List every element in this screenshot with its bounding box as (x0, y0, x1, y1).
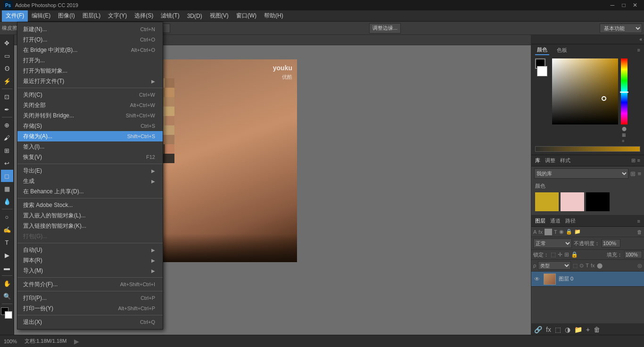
menu-text[interactable]: 文字(Y) (104, 10, 131, 22)
color-icon-2[interactable]: ▦ (622, 132, 627, 137)
menu-window[interactable]: 窗口(W) (232, 10, 260, 22)
layer-filter-toggle[interactable]: ◎ (637, 263, 642, 269)
eyedropper-tool[interactable]: ✒ (1, 103, 13, 116)
layer-item-0[interactable]: 👁 图层 0 (531, 272, 644, 287)
lock-artboard-btn[interactable]: ⊞ (564, 251, 569, 258)
menu-view[interactable]: 视图(V) (206, 10, 232, 22)
eraser-tool[interactable]: ◻ (1, 170, 13, 182)
layers-group-btn[interactable]: 📁 (574, 326, 582, 333)
move-tool[interactable]: ✥ (1, 37, 13, 49)
menu-close-bridge[interactable]: 关闭并转到 Bridge... Shift+Ctrl+W (17, 110, 163, 121)
menu-close[interactable]: 关闭(C) Ctrl+W (17, 90, 163, 100)
swatch-yellow[interactable] (535, 192, 559, 211)
lasso-tool[interactable]: ʘ (1, 62, 13, 74)
workspace-select[interactable]: 基本功能 (600, 24, 642, 33)
tab-color[interactable]: 颜色 (535, 45, 549, 55)
layers-link-btn[interactable]: 🔗 (534, 326, 542, 333)
library-menu-btn[interactable]: ≡ (637, 170, 641, 177)
layers-adjustment-btn[interactable]: ◑ (565, 326, 570, 333)
stamp-tool[interactable]: ⊞ (1, 144, 13, 157)
menu-automate[interactable]: 自动(U) ▶ (17, 245, 163, 255)
close-button[interactable]: ✕ (630, 1, 640, 9)
bg-color-box[interactable] (537, 66, 547, 76)
dodge-tool[interactable]: ○ (1, 211, 13, 223)
menu-filter[interactable]: 滤镜(T) (157, 10, 183, 22)
tab-layers[interactable]: 图层 (535, 217, 545, 224)
layer-filter-icon1[interactable]: ⬚ (573, 263, 578, 269)
menu-select[interactable]: 选择(S) (131, 10, 157, 22)
healing-tool[interactable]: ⊕ (1, 119, 13, 131)
layer-filter-icon2[interactable]: ⊙ (579, 263, 584, 269)
layers-delete-btn[interactable]: 🗑 (594, 326, 600, 333)
menu-open[interactable]: 打开(O)... Ctrl+O (17, 34, 163, 45)
zoom-tool[interactable]: 🔍 (1, 290, 13, 302)
crop-tool[interactable]: ⊡ (1, 91, 13, 103)
swatch-pink[interactable] (561, 192, 584, 211)
window-controls[interactable]: ─ □ ✕ (607, 1, 640, 9)
layer-icon-fx[interactable]: fx (538, 229, 543, 235)
layer-icon-folder[interactable]: 📁 (574, 229, 581, 235)
menu-scripts[interactable]: 脚本(R) ▶ (17, 255, 163, 265)
hue-slider[interactable] (621, 58, 627, 124)
menu-export[interactable]: 导出(E) ▶ (17, 165, 163, 176)
layers-panel-menu[interactable]: ≡ (637, 218, 640, 224)
layer-filter-icon3[interactable]: T (586, 263, 589, 268)
color-icon-3[interactable]: ≡ (622, 139, 627, 143)
status-arrow-btn[interactable]: ▶ (74, 338, 79, 345)
layers-mask-btn[interactable]: ⬚ (555, 326, 561, 333)
panel-collapse-btn[interactable]: « (639, 37, 642, 42)
tab-library[interactable]: 库 (535, 157, 540, 164)
pen-tool[interactable]: ✍ (1, 223, 13, 236)
menu-close-all[interactable]: 关闭全部 Alt+Ctrl+W (17, 100, 163, 110)
gradient-tool[interactable]: ▦ (1, 182, 13, 195)
menu-edit[interactable]: 编辑(E) (28, 10, 54, 22)
lock-position-btn[interactable]: ✛ (558, 251, 562, 258)
layer-icon-eye2[interactable]: ◉ (559, 229, 564, 235)
color-gradient-box[interactable] (552, 58, 618, 124)
tab-adjust[interactable]: 调整 (545, 157, 555, 164)
blend-mode-select[interactable]: 正常 (533, 239, 572, 248)
blur-tool[interactable]: 💧 (1, 195, 13, 207)
menu-print-one[interactable]: 打印一份(Y) Alt+Shift+Ctrl+P (17, 303, 163, 314)
layers-fx-btn[interactable]: fx (546, 326, 551, 333)
fill-input[interactable] (624, 251, 642, 258)
library-options-btn[interactable]: ⊞ (630, 170, 636, 177)
menu-generate[interactable]: 生成 ▶ (17, 176, 163, 186)
menu-file-info[interactable]: 文件简介(F)... Alt+Shift+Ctrl+I (17, 279, 163, 289)
menu-checkin[interactable]: 签入(I)... (17, 141, 163, 152)
menu-revert[interactable]: 恢复(V) F12 (17, 152, 163, 162)
lock-all-btn[interactable]: 🔒 (571, 251, 578, 258)
opacity-input[interactable] (602, 239, 620, 248)
minimize-button[interactable]: ─ (607, 1, 618, 9)
layer-icon-expand[interactable]: T (554, 229, 557, 235)
menu-help[interactable]: 帮助(H) (260, 10, 287, 22)
layer-filter-icon4[interactable]: fx (591, 263, 595, 268)
layer-filter-type[interactable]: 类型 (538, 261, 571, 270)
hand-tool[interactable]: ✋ (1, 277, 13, 289)
background-color[interactable] (5, 311, 12, 319)
maximize-button[interactable]: □ (619, 1, 629, 9)
tab-style[interactable]: 样式 (560, 157, 570, 164)
menu-open-bridge[interactable]: 在 Bridge 中浏览(B)... Alt+Ctrl+O (17, 45, 163, 55)
library-grid-btn[interactable]: ⊞ (631, 157, 636, 164)
tab-swatches[interactable]: 色板 (555, 46, 569, 55)
lock-pixels-btn[interactable]: ⬚ (551, 251, 556, 258)
menu-link-smart[interactable]: 置入链接的智能对象(K)... (17, 221, 163, 231)
swatch-black[interactable] (586, 192, 610, 211)
menu-open-as[interactable]: 打开为... (17, 55, 163, 66)
tab-channels[interactable]: 通道 (550, 217, 561, 224)
menu-new[interactable]: 新建(N)... Ctrl+N (17, 24, 163, 34)
layer-icon-color[interactable] (545, 229, 552, 235)
menu-open-smart[interactable]: 打开为智能对象... (17, 66, 163, 76)
marquee-tool[interactable]: ▭ (1, 50, 13, 62)
panel-menu-btn[interactable]: ≡ (637, 47, 640, 53)
menu-image[interactable]: 图像(I) (54, 10, 78, 22)
text-tool[interactable]: T (1, 236, 13, 248)
menu-behance[interactable]: 在 Behance 上共享(D)... (17, 186, 163, 197)
menu-adobe-stock[interactable]: 搜索 Adobe Stock... (17, 200, 163, 210)
library-list-btn[interactable]: ≡ (637, 157, 640, 164)
layer-icon-trash[interactable]: 🗑 (637, 229, 642, 235)
menu-save-as[interactable]: 存储为(A)... Shift+Ctrl+S (17, 131, 163, 141)
menu-import[interactable]: 导入(M) ▶ (17, 265, 163, 276)
layer-filter-icon5[interactable]: ⬤ (597, 263, 603, 269)
